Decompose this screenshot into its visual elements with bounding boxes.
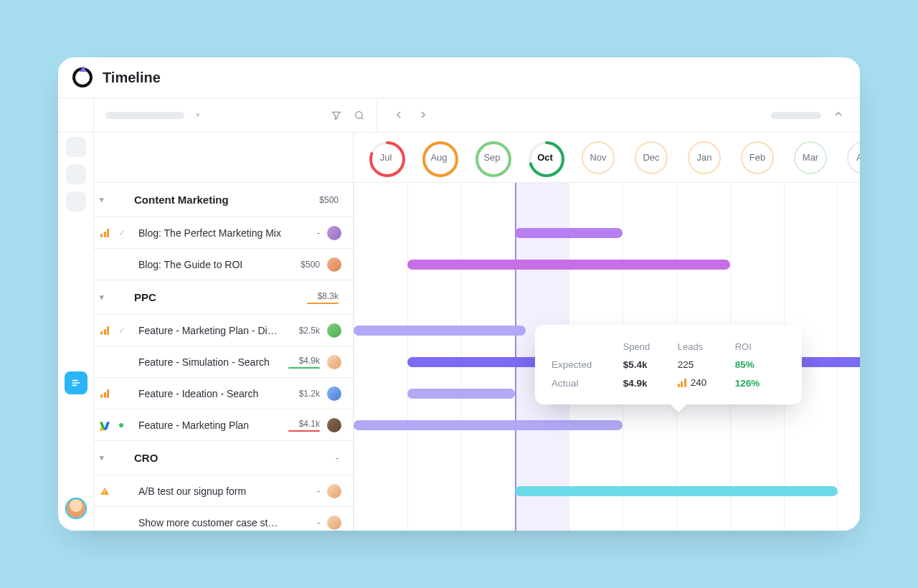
month-nov[interactable]: Nov	[582, 141, 615, 174]
chevron-down-icon[interactable]: ▾	[100, 293, 113, 302]
tooltip-col-spend: Spend	[623, 341, 677, 353]
task-row[interactable]: Feature - Ideation - Search$1.2k	[94, 378, 353, 409]
task-amount: -	[288, 486, 320, 496]
breadcrumb-placeholder	[105, 112, 184, 119]
svg-point-6	[477, 143, 510, 176]
tooltip-col-leads: Leads	[677, 341, 734, 353]
gantt-bar[interactable]	[407, 389, 515, 399]
assignee-avatar[interactable]	[327, 387, 341, 401]
task-amount: $4.9k	[288, 356, 320, 366]
gantt-bar[interactable]	[515, 486, 838, 496]
task-row[interactable]: A/B test our signup form-	[94, 475, 353, 507]
next-period-icon[interactable]	[417, 109, 429, 122]
assignee-avatar[interactable]	[327, 484, 341, 498]
page-title: Timeline	[103, 70, 161, 86]
month-dec[interactable]: Dec	[635, 141, 668, 174]
nav-rail	[58, 133, 94, 531]
task-row[interactable]: ✓Blog: The Perfect Marketing Mix-	[94, 217, 353, 249]
tooltip-roi: 85%	[734, 359, 786, 371]
group-name: Content Marketing	[134, 194, 307, 206]
tooltip-leads: 240	[677, 376, 734, 390]
check-icon: ✓	[117, 326, 127, 336]
gantt-bar[interactable]	[407, 260, 730, 270]
view-placeholder	[771, 112, 821, 119]
task-row[interactable]: Feature - Marketing Plan$4.1k	[94, 409, 353, 441]
task-name: A/B test our signup form	[134, 485, 281, 497]
chevron-down-icon[interactable]: ▾	[100, 453, 113, 463]
rail-item[interactable]	[66, 137, 86, 157]
group-header[interactable]: ▾PPC$8.3k	[94, 280, 353, 315]
month-feb[interactable]: Feb	[741, 141, 774, 174]
task-amount: $1.2k	[288, 389, 320, 399]
task-amount: $4.1k	[288, 419, 320, 429]
bar-tooltip-card: Spend Leads ROI Expected $5.4k 225 85% A…	[535, 325, 802, 404]
tooltip-row-label: Expected	[551, 359, 623, 371]
task-name: Feature - Simulation - Search	[134, 356, 281, 368]
task-name: Feature - Ideation - Search	[134, 388, 281, 399]
task-amount: $500	[288, 260, 320, 270]
titlebar: Timeline	[58, 57, 860, 98]
task-row[interactable]: ✓Feature - Marketing Plan - Display$2.5k	[94, 315, 353, 346]
body: ▾Content Marketing$500✓Blog: The Perfect…	[58, 133, 860, 531]
group-header[interactable]: ▾Content Marketing$500	[94, 183, 353, 217]
assignee-avatar[interactable]	[327, 418, 341, 432]
assignee-avatar[interactable]	[327, 516, 341, 530]
tooltip-spend: $4.9k	[623, 376, 677, 390]
assignee-avatar[interactable]	[327, 226, 341, 240]
group-amount: $500	[319, 195, 339, 205]
assignee-avatar[interactable]	[327, 323, 341, 338]
check-icon: ✓	[117, 228, 127, 238]
group-amount: -	[336, 453, 339, 463]
analytics-icon	[100, 326, 109, 335]
months-header: JulAugSepOctNovDecJanFebMarApr	[354, 133, 860, 183]
task-name: Feature - Marketing Plan	[134, 419, 281, 431]
task-name: Feature - Marketing Plan - Display	[134, 325, 281, 336]
assignee-avatar[interactable]	[327, 257, 341, 272]
task-row[interactable]: Blog: The Guide to ROI$500	[94, 249, 353, 280]
status-dot-icon	[119, 423, 123, 427]
task-row[interactable]: Show more customer case studies-	[94, 507, 353, 531]
month-label: Jan	[697, 152, 712, 163]
chevron-down-icon[interactable]: ▾	[196, 110, 200, 120]
task-list-pane: ▾Content Marketing$500✓Blog: The Perfect…	[94, 133, 354, 531]
task-name: Blog: The Guide to ROI	[134, 259, 281, 270]
current-user-avatar[interactable]	[67, 499, 85, 518]
group-name: PPC	[134, 291, 307, 303]
prev-period-icon[interactable]	[393, 109, 404, 122]
analytics-icon	[100, 229, 109, 237]
task-name: Show more customer case studies	[134, 517, 281, 528]
rail-item-timeline[interactable]	[65, 371, 87, 394]
gantt-bar[interactable]	[354, 420, 623, 430]
task-row[interactable]: Feature - Simulation - Search$4.9k	[94, 346, 353, 378]
rail-item[interactable]	[66, 191, 86, 212]
group-amount: $8.3k	[318, 291, 339, 301]
toolbar: ▾	[58, 98, 860, 133]
tooltip-spend: $5.4k	[623, 359, 677, 371]
month-sep[interactable]: Sep	[475, 141, 508, 174]
tooltip-leads-value: 240	[691, 377, 707, 388]
chevron-down-icon[interactable]: ▾	[100, 195, 113, 204]
task-amount: -	[288, 228, 320, 238]
gantt-bar[interactable]	[354, 326, 526, 336]
month-jan[interactable]: Jan	[688, 141, 721, 174]
collapse-icon[interactable]	[833, 108, 844, 123]
timeline-pane[interactable]: JulAugSepOctNovDecJanFebMarApr Spend Lea…	[354, 133, 860, 531]
search-icon[interactable]	[354, 110, 365, 121]
month-label: Nov	[590, 152, 606, 163]
filter-icon[interactable]	[331, 110, 342, 121]
month-aug[interactable]: Aug	[422, 141, 455, 174]
tooltip-col-roi: ROI	[734, 341, 786, 353]
rail-item[interactable]	[66, 164, 86, 184]
assignee-avatar[interactable]	[327, 355, 341, 369]
task-amount: $2.5k	[288, 326, 320, 336]
month-label: Feb	[749, 152, 765, 163]
gantt-bar[interactable]	[515, 228, 623, 238]
month-apr[interactable]: Apr	[847, 141, 860, 174]
month-label: Dec	[643, 152, 659, 163]
month-jul[interactable]: Jul	[369, 141, 402, 174]
month-oct[interactable]: Oct	[529, 141, 562, 174]
group-header[interactable]: ▾CRO-	[94, 441, 353, 475]
tooltip-col-blank	[551, 341, 623, 353]
month-label: Mar	[803, 152, 818, 163]
month-mar[interactable]: Mar	[794, 141, 827, 174]
